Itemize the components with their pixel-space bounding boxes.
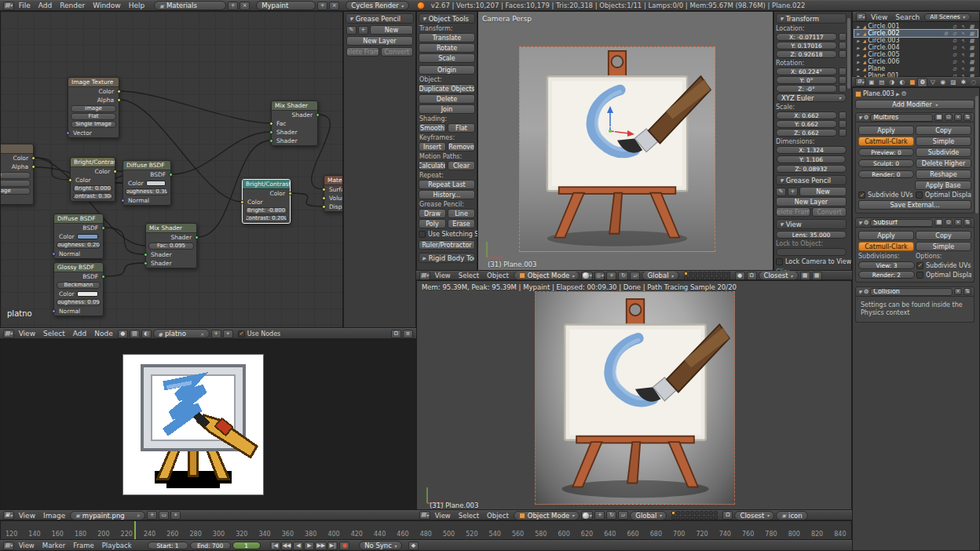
manipulator-rotate-icon[interactable]: ↻ — [618, 272, 628, 280]
collision-modifier-header[interactable]: ▼ ⚙ Collision × ⇅ — [855, 286, 975, 297]
menu-marker[interactable]: Marker — [39, 542, 68, 549]
lock-icon[interactable] — [839, 111, 847, 119]
insert-keyframe-button[interactable]: Insert — [419, 142, 446, 151]
socket-dot[interactable] — [269, 122, 273, 126]
rotate-button[interactable]: Rotate — [419, 43, 475, 53]
copy-button[interactable]: Copy — [916, 231, 971, 240]
shader-node[interactable]: Mix ShaderShaderFacShaderShader — [271, 100, 318, 146]
dimension-y-field[interactable]: Y: 1.106 — [777, 155, 846, 163]
expand-icon[interactable]: ▶ — [857, 38, 861, 43]
menu-search[interactable]: Search — [892, 13, 923, 21]
outliner-item[interactable]: ▶▲Circle.003⊙↖▦ — [854, 37, 978, 44]
selectability-toggle[interactable]: ↖ — [960, 66, 967, 72]
layer-toggle[interactable] — [726, 276, 730, 280]
layer-toggle[interactable] — [703, 272, 707, 276]
layer-toggle[interactable] — [676, 511, 680, 515]
socket-dot[interactable] — [169, 173, 173, 177]
layer-toggle[interactable] — [704, 511, 708, 515]
menu-view[interactable]: View — [868, 13, 890, 21]
menu-view[interactable]: View — [16, 330, 38, 338]
gp-delete-frame-button[interactable]: Delete Frame — [776, 207, 810, 217]
modifier-name-field[interactable]: Multires — [870, 114, 933, 122]
lock-to-object-field[interactable] — [776, 248, 847, 256]
properties-tab-render-layers[interactable]: ▤ — [876, 78, 887, 87]
render-subdivisions-field[interactable]: Render: 2 — [858, 271, 915, 279]
layer-toggle[interactable] — [671, 516, 675, 520]
menu-view[interactable]: View — [16, 512, 38, 520]
layer-toggle[interactable] — [690, 511, 694, 515]
subsurf-modifier-header[interactable]: ▼ ⚙ Subsurf ▦ ⊙ × ⇅ — [855, 217, 975, 228]
use-nodes-checkbox[interactable]: ✓Use Nodes — [238, 330, 281, 338]
remove-keyframe-button[interactable]: Remove — [448, 142, 475, 151]
close-scene-button[interactable]: × — [329, 2, 339, 10]
editor-type-icon[interactable]: ≡▾ — [856, 13, 866, 21]
menu-view[interactable]: View — [432, 512, 454, 520]
modifier-name-field[interactable]: Subsurf — [870, 219, 933, 227]
layer-toggle[interactable] — [681, 516, 685, 520]
grease-pencil-panel-header[interactable]: ▼Grease Pencil — [346, 13, 414, 24]
open-image-button[interactable]: ▭ — [159, 511, 169, 520]
screen-layout-select[interactable]: ▣Materials — [154, 1, 226, 10]
expand-icon[interactable]: ▶ — [857, 53, 861, 57]
socket-dot[interactable] — [117, 98, 121, 102]
node-widget[interactable]: Bright: 0.000 — [73, 185, 112, 192]
lock-icon[interactable] — [839, 129, 847, 137]
expand-icon[interactable]: ▶ — [857, 31, 861, 36]
node-header[interactable]: Bright/Contrast — [243, 180, 290, 189]
scrollbar[interactable] — [975, 96, 978, 213]
properties-tab-modifiers[interactable]: ⚙ — [917, 78, 927, 87]
menu-select[interactable]: Select — [455, 512, 482, 520]
menu-add[interactable]: Add — [70, 330, 90, 338]
manipulator-translate-icon[interactable]: + — [594, 511, 605, 520]
layer-toggle[interactable] — [714, 511, 718, 515]
save-external-button[interactable]: Save External... — [858, 200, 971, 210]
move-modifier-icon[interactable]: ⇅ — [964, 114, 971, 121]
transform-panel-header[interactable]: ▼Transform — [776, 13, 847, 24]
node-widget[interactable]: Bright: -0.800 — [245, 207, 287, 214]
layer-toggle[interactable] — [676, 516, 680, 520]
node-tree-name-field[interactable]: ●platno× — [153, 329, 210, 338]
calculate-paths-button[interactable]: Calculate — [419, 161, 446, 170]
outliner-item[interactable]: ▶▲Circle.005⊙↖▦ — [854, 51, 978, 58]
move-modifier-icon[interactable]: ⇅ — [964, 219, 971, 226]
viewport-rendered[interactable]: Mem: 95.39M, Peak: 95.39M | Mypaint | El… — [416, 280, 852, 510]
multires-modifier-header[interactable]: ▼ ⚙ Multires ▦ ⊙ × ⇅ — [855, 112, 975, 122]
node-widget[interactable]: image — [0, 172, 31, 179]
layer-toggle[interactable] — [709, 511, 713, 515]
socket-dot[interactable] — [144, 253, 148, 257]
layer-toggle[interactable] — [671, 511, 675, 515]
scene-select[interactable]: Mypaint — [256, 1, 316, 10]
transport-button-5[interactable]: ▶| — [327, 542, 338, 550]
visibility-toggle[interactable]: ⊙ — [951, 66, 958, 72]
node-editor-canvas[interactable]: Image TextureColorAlphaimageFlatSingle I… — [0, 11, 343, 328]
sync-mode-select[interactable]: No Sync▾ — [359, 541, 402, 550]
transport-button-2[interactable]: ◀ — [293, 542, 303, 550]
renderability-toggle[interactable]: ▦ — [968, 59, 975, 65]
editor-type-icon[interactable]: ▤▾ — [419, 272, 430, 280]
node-header[interactable]: Diffuse BSDF — [54, 214, 103, 224]
node-widget[interactable]: Contrast: 0.200 — [245, 215, 287, 222]
layer-toggle[interactable] — [681, 511, 685, 515]
properties-tab-render[interactable]: ▣ — [866, 78, 876, 87]
expand-icon[interactable]: ▶ — [857, 67, 861, 71]
menu-view[interactable]: View — [16, 542, 38, 549]
node-widget[interactable]: Contrast: 0.300 — [73, 193, 112, 200]
layer-toggle[interactable] — [703, 276, 707, 280]
selectability-toggle[interactable]: ↖ — [960, 24, 967, 30]
manipulator-scale-icon[interactable]: ▱ — [630, 272, 640, 280]
menu-select[interactable]: Select — [455, 272, 482, 279]
layers-widget[interactable] — [684, 272, 730, 280]
lock-camera-checkbox[interactable]: Lock Camera to View — [776, 258, 851, 265]
manipulator-scale-icon[interactable]: ▱ — [618, 511, 628, 520]
renderability-toggle[interactable]: ▦ — [968, 31, 975, 37]
optimal-display-checkbox[interactable]: Optimal Display — [916, 192, 971, 199]
visibility-toggle-icon[interactable]: ⊙ — [945, 219, 953, 226]
visibility-toggle[interactable]: ⊙ — [951, 52, 958, 58]
visibility-toggle[interactable]: ⊙ — [951, 59, 958, 65]
layer-toggle[interactable] — [709, 516, 713, 520]
delete-higher-button[interactable]: Delete Higher — [916, 159, 971, 168]
rotation-z-field[interactable]: Z: -0° — [776, 85, 837, 93]
opengl-render-icon[interactable]: ▦ — [800, 272, 810, 280]
socket-dot[interactable] — [322, 188, 326, 192]
ruler-protractor-button[interactable]: Ruler/Protractor — [419, 240, 475, 250]
